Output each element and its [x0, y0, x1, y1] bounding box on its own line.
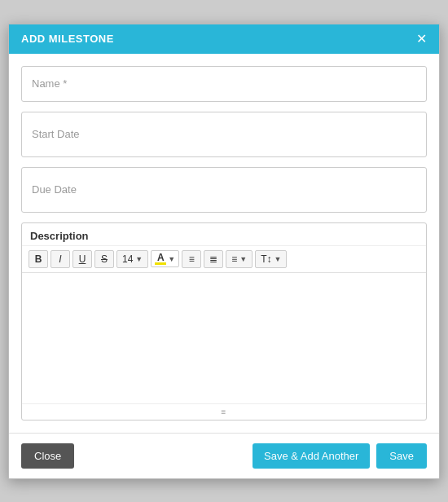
unordered-list-button[interactable]: ≡ [182, 250, 201, 268]
resize-handle[interactable]: ≡ [22, 403, 426, 420]
bold-button[interactable]: B [29, 250, 48, 268]
dialog-header: ADD MILESTONE ✕ [9, 24, 439, 54]
underline-button[interactable]: U [72, 250, 92, 268]
dialog-footer: Close Save & Add Another Save [9, 433, 439, 478]
description-label: Description [22, 223, 426, 246]
ordered-list-button[interactable]: ≣ [204, 250, 223, 268]
font-size-value: 14 [122, 253, 133, 265]
save-button[interactable]: Save [376, 443, 427, 469]
due-date-input[interactable] [21, 167, 427, 213]
editor-toolbar: B I U S 14 ▼ A ▼ ≡ [22, 246, 426, 273]
close-icon[interactable]: ✕ [416, 33, 427, 46]
strikethrough-button[interactable]: S [94, 250, 114, 268]
start-date-input[interactable] [21, 112, 427, 157]
dialog-title: ADD MILESTONE [21, 33, 114, 45]
font-size-button[interactable]: 14 ▼ [116, 250, 148, 268]
save-add-another-button[interactable]: Save & Add Another [253, 443, 370, 469]
footer-right-buttons: Save & Add Another Save [253, 443, 427, 469]
description-section: Description B I U S 14 ▼ A ▼ [21, 222, 427, 421]
font-color-arrow: ▼ [168, 255, 175, 263]
italic-button[interactable]: I [51, 250, 70, 268]
paragraph-button[interactable]: T↕ ▼ [255, 250, 287, 268]
close-button[interactable]: Close [21, 443, 74, 469]
dialog-body: Description B I U S 14 ▼ A ▼ [9, 54, 439, 433]
add-milestone-dialog: ADD MILESTONE ✕ Description B I U S 14 ▼ [8, 24, 440, 479]
font-color-button[interactable]: A ▼ [151, 250, 179, 267]
name-input[interactable] [21, 66, 427, 102]
align-button[interactable]: ≡ ▼ [226, 250, 253, 268]
description-editor[interactable] [22, 273, 426, 403]
font-color-icon: A [155, 253, 166, 265]
font-size-arrow: ▼ [135, 255, 143, 263]
resize-icon: ≡ [222, 407, 227, 416]
